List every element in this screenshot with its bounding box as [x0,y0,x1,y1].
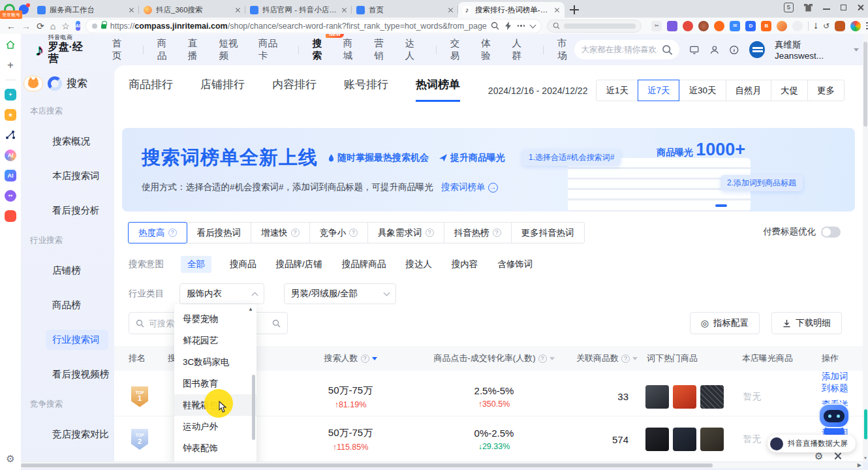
filter-douyin-hot[interactable]: 抖音热榜? [444,222,512,243]
sidebar-item-shop-search-words[interactable]: 本店搜索词 [46,166,108,186]
nav-search-active[interactable]: 搜索NEW [312,37,329,62]
search-icon[interactable] [272,319,281,328]
nav-home[interactable]: 首页 [112,37,129,62]
ai-blue-icon[interactable]: AI [5,170,16,181]
scroll-down-icon[interactable]: ▼ [863,456,868,460]
assistant-robot[interactable] [818,403,850,437]
col-conversion[interactable]: 商品点击-成交转化率(人数)? [434,352,555,364]
paid-title-toggle[interactable] [821,227,841,238]
monkey-icon[interactable] [698,21,709,31]
login-account-badge[interactable]: 登录账号 [0,10,22,19]
sidebar-item-competitor-compare[interactable]: 竞店搜索对比 [46,424,108,445]
product-thumbnail[interactable] [700,428,724,451]
help-icon[interactable]: ? [426,228,434,237]
intent-brand-product[interactable]: 搜品牌商品 [341,256,388,273]
intent-talent[interactable]: 搜达人 [404,256,433,273]
nav-marketing[interactable]: 营销 [374,37,391,62]
category-level1-select[interactable]: 服饰内衣 [179,283,264,304]
sort-icon[interactable] [632,357,638,360]
help-icon[interactable]: ? [349,228,358,237]
col-related-products[interactable]: 关联商品数? [576,352,638,364]
window-close-button[interactable] [857,4,864,11]
help-icon[interactable]: ? [291,228,300,237]
nav-video[interactable]: 短视频 [219,37,245,62]
dropdown-item-flowers[interactable]: 鲜花园艺 [174,330,256,351]
nav-product[interactable]: 商品 [157,37,174,62]
fox-assistant-icon[interactable] [23,76,43,91]
account-caret-icon[interactable] [854,48,859,52]
date-btn-30d[interactable]: 近30天 [679,80,726,101]
browser-tab[interactable]: 抖店_360搜索 [139,2,245,18]
scrollbar-thumb[interactable] [863,42,867,127]
nav-experience[interactable]: 体验 [481,37,498,62]
sidebar-item-industry-search-words[interactable]: 行业搜索词 [46,330,108,350]
sidebar-item-shop-rank[interactable]: 店铺榜 [46,260,108,281]
filter-more-hot-words[interactable]: 更多抖音热词 [511,222,585,243]
scrollbar-thumb[interactable] [21,463,713,467]
tab-close-icon[interactable] [554,7,560,13]
tab-shop-rank[interactable]: 店铺排行 [200,77,245,102]
window-minimize-button[interactable] [823,8,830,10]
camera-icon[interactable] [714,21,724,31]
filter-hot-active[interactable]: 热度高? [128,222,187,243]
live-data-screen-pill[interactable]: 抖音直播数据大屏 [767,435,856,452]
horizontal-scrollbar[interactable]: ▶ [21,462,863,468]
date-btn-promo[interactable]: 大促 [771,80,808,101]
product-thumbnail[interactable] [645,385,669,409]
help-icon[interactable]: ? [538,354,547,363]
intent-modifier[interactable]: 含修饰词 [496,256,534,273]
nav-trade[interactable]: 交易 [450,37,467,62]
nav-live[interactable]: 直播 [188,37,205,62]
scroll-up-icon[interactable]: ▲ [248,306,253,312]
reload-icon[interactable]: ⟳ [37,22,44,31]
home-icon[interactable] [5,39,16,51]
user-icon[interactable] [709,44,720,55]
quick-search-box[interactable] [547,20,642,33]
profile-icon[interactable] [850,21,861,31]
dropdown-item-3c[interactable]: 3C数码家电 [174,351,256,373]
new-tab-button[interactable] [570,5,579,14]
dropdown-item-mother-baby[interactable]: 母婴宠物 [174,308,256,330]
b-extension-icon[interactable]: B [761,21,771,31]
date-btn-1d[interactable]: 近1天 [596,80,638,101]
date-btn-month[interactable]: 自然月 [726,80,772,101]
help-icon[interactable]: ? [621,354,630,363]
global-search-input[interactable] [581,45,658,54]
widget-settings-icon[interactable]: ⚙ [814,451,823,461]
mail-icon[interactable]: ✉ [730,21,740,31]
nav-market[interactable]: 市场 [557,37,574,62]
tab-counter-badge[interactable]: 5 [784,3,794,12]
brand-logo[interactable]: 抖音电商 罗盘·经营 [48,35,91,64]
gamepad-icon[interactable] [683,21,693,31]
undo-icon[interactable]: ↺ [823,22,829,30]
filter-low-competition[interactable]: 竞争小? [309,222,369,243]
account-avatar[interactable] [749,41,765,58]
bookmark-icon[interactable]: ☆ [61,22,70,31]
category-level2-select[interactable]: 男装/羽绒服/全部 [284,283,396,304]
filter-fast-growth[interactable]: 增速快? [251,222,310,243]
tab-account-rank[interactable]: 账号排行 [344,77,388,102]
help-icon[interactable]: ? [168,228,177,237]
zoom-icon[interactable] [491,22,499,30]
sort-desc-icon[interactable] [372,357,377,360]
collect-plus-icon[interactable]: + [5,89,16,101]
sidebar-item-search-overview[interactable]: 搜索概况 [46,131,108,151]
url-text[interactable]: https://compass.jinritemai.com/shop/chan… [110,22,487,31]
account-name[interactable]: 真维斯Jeanswest... [775,39,844,61]
dropdown-item-watches[interactable]: 钟表配饰 [174,437,256,459]
date-btn-7d-active[interactable]: 近7天 [638,80,680,101]
sort-icon[interactable] [550,357,555,360]
date-btn-more[interactable]: 更多 [807,80,845,101]
sidebar-item-after-view-analysis[interactable]: 看后搜分析 [46,200,108,221]
wardrobe-icon[interactable] [804,4,813,12]
ai-extension-icon[interactable]: AI [76,21,80,31]
browser-tab[interactable]: 服务商工作台 [33,2,139,18]
fox-icon[interactable] [777,21,787,31]
sidebar-item-after-view-video-rank[interactable]: 看后搜视频榜 [46,364,108,384]
window-maximize-button[interactable] [841,5,846,10]
add-icon[interactable]: + [5,59,16,71]
puzzle-icon[interactable] [792,21,803,31]
widget-close-icon[interactable] [833,452,842,460]
chevron-down-icon[interactable] [530,22,536,28]
settings-gear-icon[interactable]: ⚙ [0,453,21,465]
